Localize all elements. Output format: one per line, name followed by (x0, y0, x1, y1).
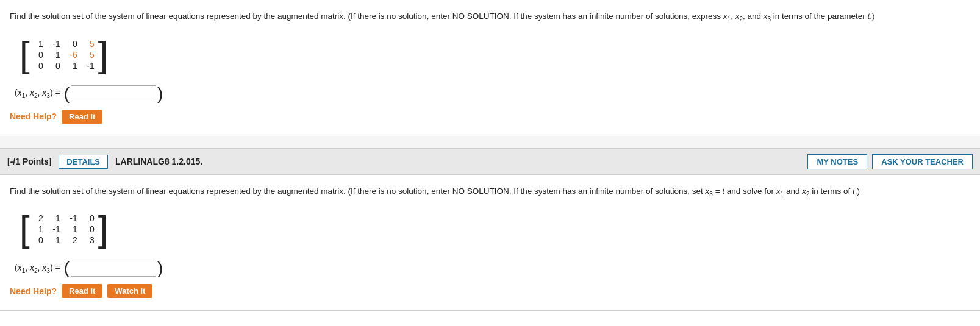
cell: -1 (51, 39, 60, 49)
cell: 1 (51, 235, 60, 245)
bracket-left: [ (20, 37, 30, 73)
details-button[interactable]: DETAILS (59, 155, 108, 169)
answer-row-1: (x1, x2, x3) = ( ) (15, 85, 970, 102)
open-paren-2: ( (64, 260, 70, 277)
watch-it-button-2[interactable]: Watch It (107, 284, 152, 298)
bracket-right-2: ] (98, 211, 109, 247)
answer-label-1: (x1, x2, x3) = (15, 88, 60, 99)
cell: 5 (85, 50, 95, 60)
cell: 0 (34, 61, 43, 71)
cell: 1 (34, 224, 43, 234)
answer-input-2[interactable] (71, 260, 156, 277)
my-notes-button[interactable]: MY NOTES (807, 154, 867, 169)
need-help-row-2: Need Help? Read It Watch It (10, 284, 970, 298)
problem-1-section: Find the solution set of the system of l… (0, 0, 980, 136)
problem-id: LARLINALG8 1.2.015. (115, 157, 202, 166)
matrix-grid: 1 -1 0 5 0 1 -6 5 0 0 1 -1 (30, 37, 98, 73)
problem-2-text: Find the solution set of the system of l… (10, 185, 970, 199)
cell: 1 (68, 224, 77, 234)
bracket-left-2: [ (20, 211, 30, 247)
cell: -6 (68, 50, 77, 60)
cell: 0 (85, 213, 95, 223)
close-paren-2: ) (157, 260, 163, 277)
close-paren-1: ) (157, 85, 163, 102)
answer-label-2: (x1, x2, x3) = (15, 263, 60, 274)
read-it-button-1[interactable]: Read It (62, 110, 102, 124)
bracket-right: ] (98, 37, 109, 73)
cell: 0 (51, 61, 60, 71)
problem-2-section: Find the solution set of the system of l… (0, 175, 980, 311)
problem-1-text: Find the solution set of the system of l… (10, 10, 970, 24)
need-help-row-1: Need Help? Read It (10, 110, 970, 124)
cell: 3 (85, 235, 95, 245)
cell: -1 (85, 61, 95, 71)
read-it-button-2[interactable]: Read It (62, 284, 102, 298)
open-paren-1: ( (64, 85, 70, 102)
cell: 1 (51, 50, 60, 60)
answer-input-1[interactable] (71, 85, 156, 102)
cell: 2 (34, 213, 43, 223)
cell: 0 (85, 224, 95, 234)
matrix-1: [ 1 -1 0 5 0 1 -6 5 0 0 1 -1 ] (20, 37, 108, 73)
cell: 0 (34, 50, 43, 60)
cell: -1 (68, 213, 77, 223)
points-label: [-/1 Points] (7, 157, 51, 166)
header-right: MY NOTES ASK YOUR TEACHER (807, 154, 973, 169)
cell: -1 (51, 224, 60, 234)
need-help-label-1: Need Help? (10, 112, 57, 121)
section-divider (0, 136, 980, 149)
cell: 1 (68, 61, 77, 71)
need-help-label-2: Need Help? (10, 286, 57, 296)
cell: 1 (51, 213, 60, 223)
ask-teacher-button[interactable]: ASK YOUR TEACHER (872, 154, 973, 169)
matrix-2: [ 2 1 -1 0 1 -1 1 0 0 1 2 3 ] (20, 211, 108, 247)
answer-row-2: (x1, x2, x3) = ( ) (15, 260, 970, 277)
cell: 1 (34, 39, 43, 49)
matrix-grid-2: 2 1 -1 0 1 -1 1 0 0 1 2 3 (30, 211, 98, 247)
cell: 0 (34, 235, 43, 245)
cell: 0 (68, 39, 77, 49)
cell: 2 (68, 235, 77, 245)
cell: 5 (85, 39, 95, 49)
section-2-header: [-/1 Points] DETAILS LARLINALG8 1.2.015.… (0, 149, 980, 175)
